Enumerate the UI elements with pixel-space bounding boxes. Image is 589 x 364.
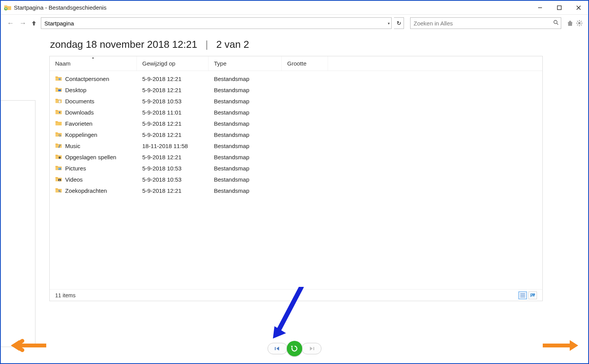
file-modified: 5-9-2018 12:21	[137, 131, 209, 138]
file-name: Koppelingen	[65, 131, 97, 138]
table-row[interactable]: Koppelingen5-9-2018 12:21Bestandsmap	[50, 129, 542, 140]
file-type: Bestandsmap	[209, 143, 282, 149]
annotation-arrow-right	[543, 338, 581, 353]
table-row[interactable]: Music18-11-2018 11:58Bestandsmap	[50, 140, 542, 152]
home-icon[interactable]	[566, 19, 574, 27]
previous-version-sliver[interactable]	[0, 100, 35, 347]
file-name: Desktop	[65, 87, 86, 93]
next-version-button[interactable]	[301, 343, 321, 354]
file-type: Bestandsmap	[209, 87, 282, 93]
file-rows: Contactpersonen5-9-2018 12:21Bestandsmap…	[50, 71, 542, 289]
up-button[interactable]	[30, 19, 38, 27]
file-name: Opgeslagen spellen	[65, 154, 116, 160]
column-header-modified[interactable]: Gewijzigd op	[137, 56, 209, 71]
titlebar: Startpagina - Bestandsgeschiedenis	[1, 1, 588, 15]
file-type: Bestandsmap	[209, 165, 282, 172]
file-name: Contactpersonen	[65, 76, 109, 82]
svg-rect-31	[313, 347, 314, 350]
gear-icon[interactable]	[575, 19, 584, 27]
window-title: Startpagina - Bestandsgeschiedenis	[14, 4, 106, 11]
file-modified: 5-9-2018 12:21	[137, 120, 209, 127]
svg-line-11	[581, 25, 582, 25]
file-modified: 18-11-2018 11:58	[137, 143, 209, 149]
table-row[interactable]: Documents5-9-2018 10:53Bestandsmap	[50, 96, 542, 107]
refresh-button[interactable]: ↻	[394, 17, 404, 29]
svg-line-13	[581, 21, 582, 22]
version-nav-controls	[268, 341, 321, 356]
folder-icon	[55, 98, 62, 105]
minimize-button[interactable]	[530, 1, 550, 15]
file-type: Bestandsmap	[209, 154, 282, 160]
content-area: zondag 18 november 2018 12:21 | 2 van 2 …	[1, 39, 588, 301]
file-type: Bestandsmap	[209, 98, 282, 104]
file-name: Favorieten	[65, 120, 93, 127]
version-header: zondag 18 november 2018 12:21 | 2 van 2	[50, 39, 581, 51]
search-box[interactable]	[410, 17, 561, 29]
folder-icon	[55, 75, 62, 83]
search-input[interactable]	[414, 20, 558, 27]
item-count: 11 items	[55, 292, 76, 298]
maximize-button[interactable]	[550, 1, 569, 15]
svg-line-10	[577, 21, 578, 22]
svg-point-5	[578, 22, 581, 24]
details-view-button[interactable]	[518, 292, 527, 299]
restore-button[interactable]	[287, 341, 302, 356]
svg-rect-20	[58, 168, 61, 170]
folder-icon	[55, 142, 62, 150]
table-row[interactable]: Opgeslagen spellen5-9-2018 12:21Bestands…	[50, 152, 542, 163]
table-row[interactable]: Desktop5-9-2018 12:21Bestandsmap	[50, 84, 542, 96]
address-bar[interactable]: Startpagina ▾	[41, 17, 392, 29]
folder-icon	[55, 131, 62, 138]
folder-icon	[55, 120, 62, 127]
version-timestamp: zondag 18 november 2018 12:21	[50, 39, 197, 50]
svg-rect-30	[275, 347, 276, 350]
header-separator: |	[205, 39, 208, 50]
table-row[interactable]: Contactpersonen5-9-2018 12:21Bestandsmap	[50, 73, 542, 84]
column-headers: Naam ▴ Gewijzigd op Type Grootte	[50, 56, 542, 71]
svg-point-21	[59, 168, 59, 169]
column-header-name[interactable]: Naam ▴	[50, 56, 137, 71]
address-dropdown-icon[interactable]: ▾	[388, 21, 390, 25]
svg-line-4	[557, 23, 558, 25]
file-type: Bestandsmap	[209, 76, 282, 82]
folder-icon	[55, 187, 62, 194]
svg-point-3	[554, 20, 557, 24]
file-modified: 5-9-2018 10:53	[137, 98, 209, 104]
column-header-type[interactable]: Type	[209, 56, 282, 71]
file-type: Bestandsmap	[209, 109, 282, 116]
file-modified: 5-9-2018 11:01	[137, 109, 209, 116]
back-button[interactable]: ←	[5, 18, 15, 28]
icons-view-button[interactable]	[528, 292, 537, 299]
file-type: Bestandsmap	[209, 131, 282, 138]
table-row[interactable]: Videos5-9-2018 10:53Bestandsmap	[50, 174, 542, 185]
file-modified: 5-9-2018 10:53	[137, 165, 209, 172]
forward-button[interactable]: →	[18, 18, 28, 28]
previous-version-button[interactable]	[268, 343, 288, 354]
nav-row: ← → Startpagina ▾ ↻	[1, 15, 588, 32]
column-header-size[interactable]: Grootte	[282, 56, 328, 71]
file-name: Music	[65, 143, 80, 149]
table-row[interactable]: Zoekopdrachten5-9-2018 12:21Bestandsmap	[50, 185, 542, 196]
file-list-pane: Naam ▴ Gewijzigd op Type Grootte Contact…	[49, 56, 543, 301]
file-type: Bestandsmap	[209, 176, 282, 183]
version-position: 2 van 2	[216, 39, 249, 50]
file-modified: 5-9-2018 12:21	[137, 76, 209, 82]
search-icon[interactable]	[553, 20, 559, 27]
status-bar: 11 items	[50, 289, 542, 301]
svg-point-29	[531, 294, 532, 295]
sort-indicator-icon: ▴	[92, 56, 94, 59]
file-modified: 5-9-2018 12:21	[137, 187, 209, 194]
folder-icon	[55, 153, 62, 161]
close-button[interactable]	[569, 1, 588, 15]
file-name: Pictures	[65, 165, 86, 172]
svg-rect-2	[557, 6, 561, 10]
table-row[interactable]: Favorieten5-9-2018 12:21Bestandsmap	[50, 118, 542, 129]
folder-icon	[55, 176, 62, 183]
file-type: Bestandsmap	[209, 120, 282, 127]
svg-point-18	[59, 157, 61, 158]
table-row[interactable]: Pictures5-9-2018 10:53Bestandsmap	[50, 163, 542, 174]
svg-rect-15	[58, 89, 61, 91]
folder-icon	[55, 109, 62, 116]
table-row[interactable]: Downloads5-9-2018 11:01Bestandsmap	[50, 107, 542, 118]
file-name: Documents	[65, 98, 94, 104]
